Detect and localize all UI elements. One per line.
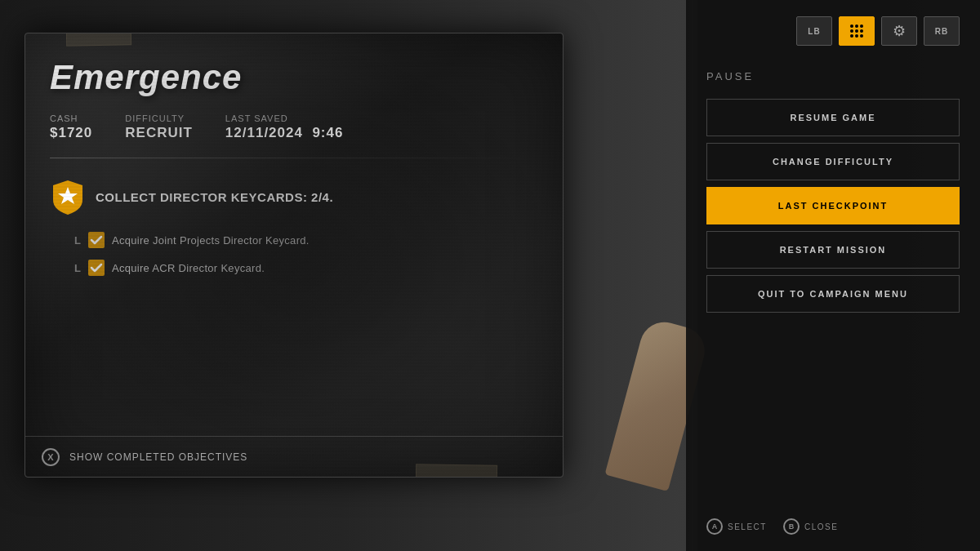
sub-objectives-list: L Acquire Joint Projects Director Keycar…: [66, 231, 538, 277]
cash-label: Cash: [50, 113, 92, 123]
pause-menu-panel: LB ⚙ RB PAUSE RESUME GAME CHANGE DIFFICU…: [686, 0, 980, 551]
quit-campaign-button[interactable]: QUIT TO CAMPAIGN MENU: [706, 275, 960, 313]
pause-section-label: PAUSE: [706, 70, 960, 82]
last-checkpoint-button[interactable]: LAST CHECKPOINT: [706, 187, 960, 224]
sub-obj-1-text: Acquire Joint Projects Director Keycard.: [112, 234, 310, 247]
bottom-controls: A SELECT B CLOSE: [706, 518, 960, 535]
cash-stat: Cash $1720: [50, 113, 92, 141]
bottom-action-bar: X Show completed objectives: [25, 436, 563, 477]
last-saved-value: 12/11/2024 9:46: [225, 125, 344, 141]
nav-grid-button[interactable]: [839, 16, 875, 46]
tape-top: [66, 33, 131, 47]
select-control: A SELECT: [706, 518, 767, 535]
cash-value: $1720: [50, 125, 92, 141]
sub-obj-1: L Acquire Joint Projects Director Keycar…: [66, 231, 538, 249]
a-button-icon: A: [706, 518, 723, 535]
nav-lb-button[interactable]: LB: [796, 16, 832, 46]
sub-obj-2: L Acquire ACR Director Keycard.: [66, 259, 538, 277]
nav-gear-button[interactable]: ⚙: [881, 16, 917, 46]
x-button-icon[interactable]: X: [42, 448, 60, 466]
close-label: CLOSE: [804, 522, 838, 531]
change-difficulty-button[interactable]: CHANGE DIFFICULTY: [706, 143, 960, 180]
top-nav: LB ⚙ RB: [706, 16, 960, 46]
check-icon-2: [87, 259, 105, 277]
mission-title: Emergence: [50, 58, 538, 97]
branch-1: L: [74, 234, 81, 247]
grid-icon: [850, 24, 863, 38]
main-objective: Collect Director Keycards: 2/4.: [50, 179, 538, 215]
divider: [50, 158, 538, 158]
last-saved-stat: Last Saved 12/11/2024 9:46: [225, 113, 344, 141]
resume-game-button[interactable]: RESUME GAME: [706, 99, 960, 136]
branch-2: L: [74, 262, 81, 274]
nav-rb-button[interactable]: RB: [924, 16, 960, 46]
b-button-icon: B: [783, 518, 800, 535]
select-label: SELECT: [728, 522, 767, 531]
main-objective-text: Collect Director Keycards: 2/4.: [96, 190, 333, 204]
close-control: B CLOSE: [783, 518, 838, 535]
difficulty-value: RECRUIT: [125, 125, 193, 141]
restart-mission-button[interactable]: RESTART MISSION: [706, 231, 960, 269]
star-badge-icon: [50, 179, 86, 215]
sub-obj-2-text: Acquire ACR Director Keycard.: [112, 262, 265, 274]
bottom-action-text: Show completed objectives: [69, 451, 247, 463]
check-icon-1: [87, 231, 105, 249]
mission-card-panel: Emergence Cash $1720 Difficulty RECRUIT …: [24, 33, 564, 478]
stats-row: Cash $1720 Difficulty RECRUIT Last Saved…: [50, 113, 538, 141]
difficulty-label: Difficulty: [125, 113, 193, 123]
gear-icon: ⚙: [893, 22, 906, 40]
difficulty-stat: Difficulty RECRUIT: [125, 113, 193, 141]
last-saved-label: Last Saved: [225, 113, 344, 123]
